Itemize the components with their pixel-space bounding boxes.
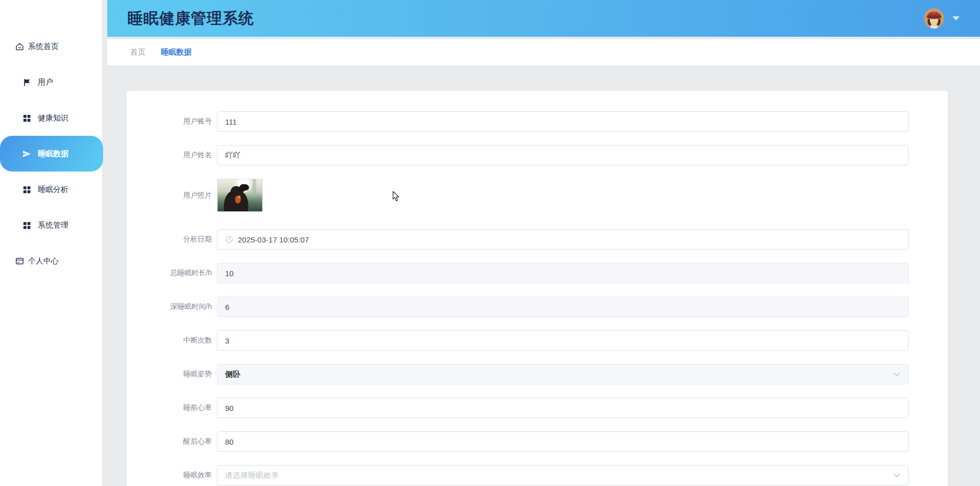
main-area: 睡眠健康管理系统 bbox=[107, 0, 980, 486]
breadcrumb: 首页 睡眠数据 bbox=[107, 39, 980, 65]
sidebar-item-label: 系统首页 bbox=[28, 42, 59, 52]
grid-icon bbox=[22, 185, 31, 194]
page-content: 用户账号 用户姓名 用户照片 bbox=[107, 65, 980, 486]
grid-icon bbox=[22, 114, 31, 123]
field-label: 中断次数 bbox=[127, 336, 217, 345]
total-sleep-hours-input: 10 bbox=[217, 263, 909, 283]
user-menu[interactable] bbox=[924, 8, 966, 29]
sidebar-item-users[interactable]: 用户 bbox=[0, 64, 102, 100]
form-card: 用户账号 用户姓名 用户照片 bbox=[127, 91, 948, 486]
user-photo-thumbnail[interactable] bbox=[217, 179, 263, 212]
chevron-down-icon bbox=[893, 372, 900, 377]
app-header: 睡眠健康管理系统 bbox=[107, 0, 980, 37]
app-title: 睡眠健康管理系统 bbox=[128, 8, 254, 29]
breadcrumb-sleep-data[interactable]: 睡眠数据 bbox=[161, 47, 191, 57]
sidebar-item-label: 睡眠分析 bbox=[38, 185, 68, 195]
sleep-posture-select[interactable]: 侧卧 bbox=[217, 364, 909, 384]
deep-sleep-hours-value: 6 bbox=[225, 303, 229, 311]
form-row-user-name: 用户姓名 bbox=[127, 145, 948, 165]
sleep-efficiency-placeholder: 请选择睡眠效率 bbox=[225, 471, 279, 480]
form-row-sleep-efficiency: 睡眠效率 请选择睡眠效率 bbox=[127, 465, 948, 485]
paper-plane-icon bbox=[22, 150, 31, 158]
form-row-wake-heart-rate: 醒后心率 bbox=[127, 431, 948, 452]
id-card-icon bbox=[15, 257, 24, 265]
wake-heart-rate-input[interactable] bbox=[217, 431, 909, 452]
sidebar-item-label: 系统管理 bbox=[38, 221, 68, 230]
user-name-input[interactable] bbox=[217, 145, 909, 165]
sidebar-item-label: 睡眠数据 bbox=[38, 149, 68, 159]
sidebar-item-health-knowledge[interactable]: 健康知识 bbox=[0, 100, 102, 136]
form-row-total-sleep-hours: 总睡眠时长/h 10 bbox=[127, 263, 948, 283]
sidebar-item-sleep-data[interactable]: 睡眠数据 bbox=[0, 136, 103, 172]
user-account-input[interactable] bbox=[217, 111, 909, 132]
field-label: 睡眠姿势 bbox=[127, 370, 217, 379]
field-label: 用户账号 bbox=[127, 117, 217, 126]
form-row-user-photo: 用户照片 bbox=[127, 179, 948, 212]
analysis-date-value: 2025-03-17 10:05:07 bbox=[238, 235, 309, 244]
field-label: 睡前心率 bbox=[127, 403, 217, 412]
sidebar-item-sleep-analysis[interactable]: 睡眠分析 bbox=[0, 172, 102, 207]
chevron-down-icon bbox=[893, 473, 900, 478]
deep-sleep-hours-input: 6 bbox=[217, 297, 909, 317]
sidebar-item-label: 健康知识 bbox=[38, 113, 68, 123]
total-sleep-hours-value: 10 bbox=[225, 269, 234, 278]
form-row-analysis-date: 分析日期 2025-03-17 10:05:07 bbox=[127, 229, 948, 250]
form-row-deep-sleep-hours: 深睡眠时间/h 6 bbox=[127, 297, 948, 317]
sleep-posture-value: 侧卧 bbox=[225, 370, 240, 379]
sidebar-item-system-management[interactable]: 系统管理 bbox=[0, 207, 102, 243]
sidebar-item-system-home[interactable]: 系统首页 bbox=[0, 29, 102, 64]
sidebar-item-label: 个人中心 bbox=[28, 256, 59, 266]
sidebar-item-label: 用户 bbox=[38, 78, 53, 87]
form-row-interruption-count: 中断次数 bbox=[127, 330, 948, 351]
field-label: 用户姓名 bbox=[127, 151, 217, 160]
breadcrumb-home[interactable]: 首页 bbox=[130, 47, 145, 57]
form-row-user-account: 用户账号 bbox=[127, 111, 948, 132]
form-row-pre-sleep-heart-rate: 睡前心率 bbox=[127, 398, 948, 418]
interruption-count-input[interactable] bbox=[217, 330, 909, 351]
flag-icon bbox=[22, 78, 31, 87]
field-label: 深睡眠时间/h bbox=[127, 302, 217, 311]
user-avatar[interactable] bbox=[924, 8, 944, 29]
field-label: 用户照片 bbox=[127, 191, 217, 200]
clock-icon bbox=[225, 235, 233, 244]
chevron-down-icon[interactable] bbox=[952, 16, 960, 20]
field-label: 分析日期 bbox=[127, 235, 217, 244]
field-label: 总睡眠时长/h bbox=[127, 269, 217, 278]
sidebar: 系统首页 用户 健康知识 睡眠数据 睡眠分析 系统管理 个人中心 bbox=[0, 0, 102, 486]
analysis-date-picker[interactable]: 2025-03-17 10:05:07 bbox=[217, 229, 909, 250]
sleep-efficiency-select[interactable]: 请选择睡眠效率 bbox=[217, 465, 909, 485]
field-label: 醒后心率 bbox=[127, 437, 217, 446]
sidebar-item-personal-center[interactable]: 个人中心 bbox=[0, 243, 102, 279]
grid-icon bbox=[22, 221, 31, 230]
pre-sleep-heart-rate-input[interactable] bbox=[217, 398, 909, 418]
form-row-sleep-posture: 睡眠姿势 侧卧 bbox=[127, 364, 948, 384]
home-icon bbox=[15, 42, 24, 51]
field-label: 睡眠效率 bbox=[127, 471, 217, 480]
